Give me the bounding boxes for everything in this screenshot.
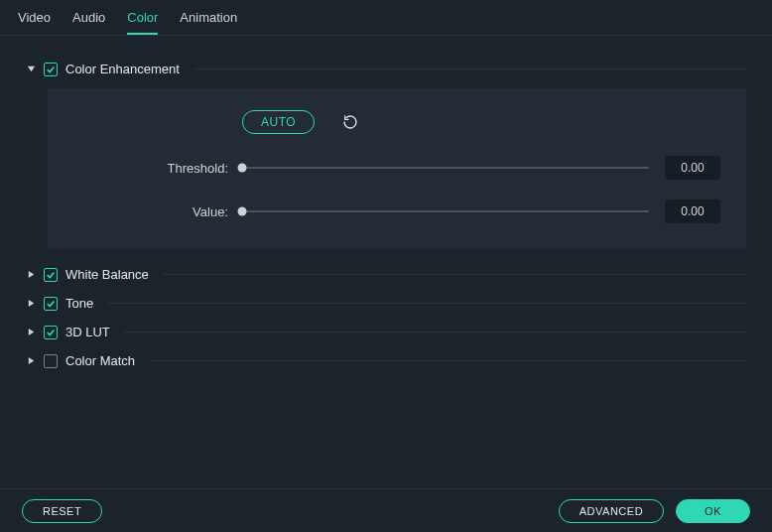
advanced-button[interactable]: ADVANCED	[559, 499, 664, 523]
chevron-right-icon[interactable]	[26, 270, 36, 280]
ok-button[interactable]: OK	[676, 499, 750, 523]
value-label: Value:	[73, 204, 242, 219]
reset-button[interactable]: RESET	[22, 499, 102, 523]
threshold-value[interactable]: 0.00	[665, 156, 720, 180]
checkbox-3d-lut[interactable]	[44, 326, 58, 339]
section-3d-lut[interactable]: 3D LUT	[26, 317, 746, 345]
tab-bar: Video Audio Color Animation	[0, 0, 772, 36]
section-label: Color Enhancement	[65, 62, 180, 76]
divider	[163, 274, 746, 275]
section-color-enhancement[interactable]: Color Enhancement	[26, 54, 746, 82]
color-enhancement-panel: AUTO Threshold: 0.00 Value: 0.00	[48, 88, 746, 249]
reset-icon[interactable]	[342, 114, 358, 130]
threshold-row: Threshold: 0.00	[73, 156, 720, 180]
chevron-right-icon[interactable]	[26, 356, 36, 366]
footer-bar: RESET ADVANCED OK	[0, 488, 772, 532]
section-label: 3D LUT	[65, 325, 110, 339]
tab-video[interactable]: Video	[18, 10, 51, 35]
tab-color[interactable]: Color	[127, 10, 158, 35]
svg-marker-0	[27, 66, 34, 71]
divider	[124, 332, 746, 332]
checkbox-white-balance[interactable]	[44, 268, 58, 282]
divider	[193, 68, 746, 69]
threshold-label: Threshold:	[73, 161, 242, 176]
section-label: Tone	[65, 296, 93, 311]
divider	[149, 360, 746, 361]
threshold-slider[interactable]	[242, 167, 649, 169]
value-value[interactable]: 0.00	[665, 200, 720, 223]
content-area: Color Enhancement AUTO Threshold: 0.00 V…	[0, 36, 772, 374]
slider-thumb[interactable]	[238, 164, 247, 173]
section-tone[interactable]: Tone	[26, 288, 746, 317]
tab-animation[interactable]: Animation	[180, 10, 237, 35]
checkbox-color-enhancement[interactable]	[44, 63, 58, 76]
divider	[107, 303, 746, 304]
value-slider[interactable]	[242, 210, 649, 212]
svg-marker-3	[28, 329, 33, 335]
svg-marker-2	[28, 300, 33, 307]
section-label: White Balance	[65, 267, 149, 282]
chevron-right-icon[interactable]	[26, 328, 36, 337]
auto-button[interactable]: AUTO	[242, 110, 315, 134]
svg-marker-4	[28, 357, 33, 364]
svg-marker-1	[28, 271, 33, 278]
chevron-down-icon[interactable]	[26, 65, 36, 74]
checkbox-tone[interactable]	[44, 297, 58, 311]
checkbox-color-match[interactable]	[44, 354, 58, 368]
value-row: Value: 0.00	[73, 200, 720, 223]
chevron-right-icon[interactable]	[26, 299, 36, 309]
section-white-balance[interactable]: White Balance	[26, 259, 746, 288]
slider-thumb[interactable]	[238, 207, 247, 216]
section-color-match[interactable]: Color Match	[26, 345, 746, 374]
tab-audio[interactable]: Audio	[72, 10, 105, 35]
section-label: Color Match	[65, 353, 135, 368]
